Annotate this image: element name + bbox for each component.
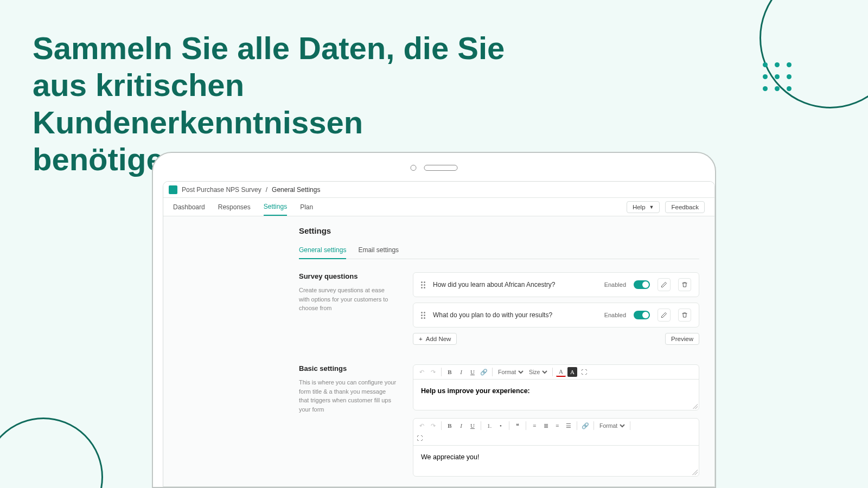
resize-handle-icon[interactable] [692,470,698,475]
title-editor: ↶ ↷ B I U 🔗 Format Size A A [413,364,699,410]
help-button[interactable]: Help ▼ [627,201,660,213]
format-select[interactable]: Format [496,368,525,376]
undo-icon[interactable]: ↶ [417,421,426,431]
list-ul-icon[interactable]: • [496,421,506,431]
bold-icon[interactable]: B [445,421,455,431]
tab-dashboard[interactable]: Dashboard [173,199,205,215]
align-left-icon[interactable]: ≡ [529,421,539,431]
nav-row: Dashboard Responses Settings Plan Help ▼… [163,198,714,216]
bg-color-icon[interactable]: A [567,367,577,377]
tab-plan[interactable]: Plan [300,199,313,215]
align-right-icon[interactable]: ≡ [552,421,562,431]
maximize-icon[interactable]: ⛶ [417,433,695,443]
underline-icon[interactable]: U [468,367,477,377]
text-color-icon[interactable]: A [556,367,566,377]
decor-circle-tr [760,0,868,108]
app-window: Post Purchase NPS Survey / General Setti… [163,181,715,487]
help-label: Help [633,204,646,210]
tablet-notch [411,165,458,171]
status-label: Enabled [604,312,626,318]
decor-dots-grid [763,62,792,92]
align-center-icon[interactable]: ≣ [541,421,551,431]
basic-settings-heading: Basic settings [299,364,397,373]
edit-button[interactable] [658,309,671,322]
tablet-camera-icon [411,165,417,171]
basic-settings-desc: This is where you can configure your for… [299,378,397,414]
rte-toolbar: ↶ ↷ B I U 1. • ❝ ≡ [413,419,699,446]
app-header: Post Purchase NPS Survey / General Setti… [163,182,714,198]
trash-icon [681,312,688,318]
italic-icon[interactable]: I [456,367,466,377]
question-text: What do you plan to do with your results… [433,311,597,319]
delete-button[interactable] [678,278,691,291]
survey-questions-heading: Survey questions [299,272,397,280]
question-card: How did you learn about African Ancestry… [413,272,699,297]
bold-icon[interactable]: B [445,367,455,377]
tab-responses[interactable]: Responses [218,199,251,215]
breadcrumb-sep: / [266,186,267,194]
section-survey-questions: Survey questions Create survey questions… [299,272,699,345]
breadcrumb-current: General Settings [272,186,320,194]
drag-handle-icon[interactable] [421,281,425,288]
enabled-toggle[interactable] [634,311,650,319]
content-area: Settings General settings Email settings… [163,216,714,486]
status-label: Enabled [604,281,626,288]
tab-settings[interactable]: Settings [264,198,287,216]
rte-toolbar: ↶ ↷ B I U 🔗 Format Size A A [413,365,699,380]
section-basic-settings: Basic settings This is where you can con… [299,364,699,484]
italic-icon[interactable]: I [456,421,466,431]
link-icon[interactable]: 🔗 [479,367,489,377]
subtab-email-settings[interactable]: Email settings [358,242,399,259]
delete-button[interactable] [678,309,691,322]
plus-icon: + [419,336,423,342]
feedback-button[interactable]: Feedback [665,201,705,213]
subtab-general-settings[interactable]: General settings [299,242,346,259]
maximize-icon[interactable]: ⛶ [579,367,589,377]
redo-icon[interactable]: ↷ [428,421,438,431]
list-ol-icon[interactable]: 1. [484,421,494,431]
sub-tabs: General settings Email settings [299,242,699,259]
title-editor-body[interactable]: Help us improve your experience: [413,380,699,410]
redo-icon[interactable]: ↷ [428,367,438,377]
tablet-speaker-icon [424,165,458,171]
thankyou-editor: ↶ ↷ B I U 1. • ❝ ≡ [413,418,699,477]
page-title: Settings [299,226,699,235]
edit-button[interactable] [658,278,671,291]
survey-questions-desc: Create survey questions at ease with opt… [299,286,397,313]
app-logo-icon [169,185,177,194]
enabled-toggle[interactable] [634,280,650,289]
add-new-label: Add New [426,336,451,342]
undo-icon[interactable]: ↶ [417,367,426,377]
question-text: How did you learn about African Ancestry… [433,281,597,288]
resize-handle-icon[interactable] [692,403,698,409]
link-icon[interactable]: 🔗 [580,421,590,431]
chevron-down-icon: ▼ [649,204,654,210]
trash-icon [681,281,688,288]
preview-button[interactable]: Preview [665,333,699,345]
tablet-frame: Post Purchase NPS Survey / General Setti… [152,152,716,488]
align-justify-icon[interactable]: ☰ [564,421,573,431]
quote-icon[interactable]: ❝ [513,421,522,431]
size-select[interactable]: Size [527,368,549,376]
pencil-icon [661,312,667,318]
decor-circle-bl [0,418,103,488]
question-card: What do you plan to do with your results… [413,303,699,328]
thankyou-editor-body[interactable]: We appreciate you! [413,446,699,476]
pencil-icon [661,281,667,288]
drag-handle-icon[interactable] [421,312,425,319]
underline-icon[interactable]: U [468,421,477,431]
format-select[interactable]: Format [597,422,627,429]
add-new-button[interactable]: + Add New [413,333,457,345]
breadcrumb-app: Post Purchase NPS Survey [182,186,261,194]
